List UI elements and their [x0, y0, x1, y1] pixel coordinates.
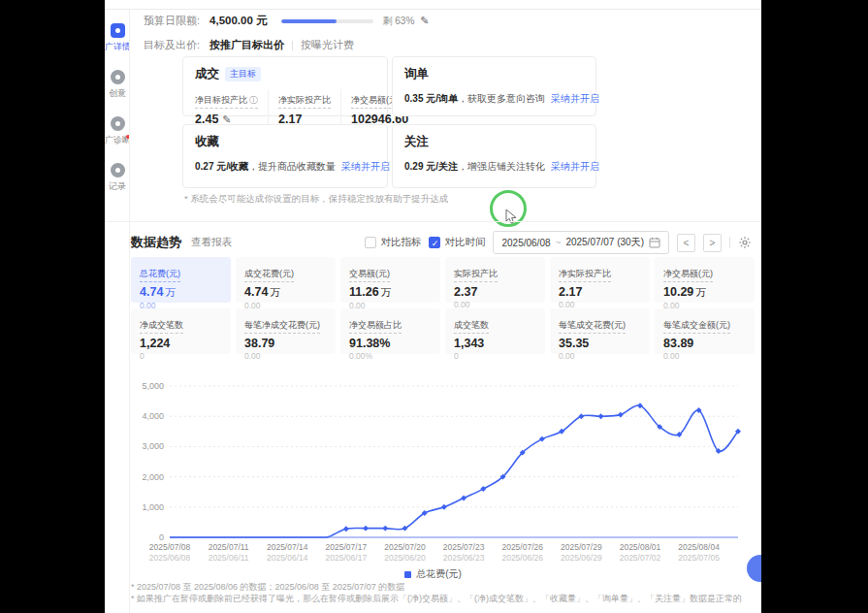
metric-card-4[interactable]: 净实际投产比2.170.00 — [550, 257, 650, 303]
settings-gear-icon[interactable] — [738, 236, 752, 249]
checkbox-checked-icon[interactable]: ✓ — [429, 237, 440, 248]
metric-compare-value: 0 — [140, 351, 222, 361]
prev-period-button[interactable]: < — [677, 234, 695, 252]
metric-card-3[interactable]: 实际投产比2.370.00 — [445, 257, 545, 303]
checkbox-unchecked-icon[interactable] — [365, 237, 376, 248]
budget-row: 预算日限额: 4,500.00 元 剩 63% ✎ — [144, 14, 430, 28]
goal-card-inquiry[interactable]: 询单 0.35 元/询单，获取更多意向咨询采纳并开启 — [392, 56, 596, 116]
view-report-link[interactable]: 查看报表 — [191, 236, 232, 249]
deal-title: 成交 — [195, 66, 219, 82]
metric-label: 每笔成交金额(元) — [663, 319, 730, 334]
goal-card-deal[interactable]: 成交 主目标 净目标投产比ⓘ2.45✎净实际投产比2.17净交易额(元)1029… — [182, 56, 388, 116]
legend-marker — [404, 571, 411, 578]
date-range-input[interactable]: 2025/06/08 ~ 2025/07/07 (30天) — [493, 231, 669, 254]
favorite-price: 0.27 元/收藏 — [195, 161, 248, 172]
tab-bid-by-goal[interactable]: 按推广目标出价 — [209, 38, 284, 52]
promo-detail-icon — [111, 23, 125, 38]
svg-text:2025/07/05: 2025/07/05 — [678, 553, 720, 563]
trend-chart[interactable]: 01,0002,0003,0004,0005,0002025/07/082025… — [131, 376, 759, 567]
compare-metric-checkbox[interactable]: 对比指标 — [365, 236, 421, 249]
info-icon[interactable]: ⓘ — [249, 94, 258, 107]
svg-text:2025/07/26: 2025/07/26 — [501, 542, 543, 552]
metric-card-10[interactable]: 每笔成交花费(元)35.350.00 — [550, 308, 650, 354]
metric-compare-value: 0.00% — [349, 351, 432, 361]
sidebar: 广详情创意广诊断记录 — [105, 10, 130, 613]
metric-card-5[interactable]: 净交易额(元)10.29万0.00 — [655, 257, 755, 303]
goal-bid-row: 目标及出价: 按推广目标出价 按曝光计费 — [144, 38, 354, 52]
metric-label: 成交笔数 — [454, 319, 489, 334]
budget-label: 预算日限额: — [144, 14, 200, 28]
metric-label: 每笔净成交花费(元) — [244, 319, 320, 334]
trend-title: 数据趋势 — [131, 234, 181, 251]
metric-value: 83.89 — [663, 337, 746, 350]
compare-time-checkbox[interactable]: ✓ 对比时间 — [429, 236, 485, 249]
metric-card-6[interactable]: 净成交笔数1,2240 — [131, 308, 231, 354]
metric-value: 1,224 — [140, 337, 222, 350]
deal-stats: 净目标投产比ⓘ2.45✎净实际投产比2.17净交易额(元)102946.60 — [195, 89, 375, 126]
date-start: 2025/06/08 — [501, 238, 550, 248]
sidebar-item-creative[interactable]: 创意 — [105, 70, 130, 100]
goal-bid-label: 目标及出价: — [144, 38, 200, 52]
tab-bid-by-impression[interactable]: 按曝光计费 — [301, 38, 354, 52]
inquiry-desc: 0.35 元/询单，获取更多意向咨询采纳并开启 — [404, 92, 584, 106]
svg-text:2025/07/23: 2025/07/23 — [443, 542, 485, 552]
sidebar-item-label: 创意 — [109, 87, 126, 100]
controls-divider — [729, 237, 730, 248]
goal-footnote: * 系统会尽可能达成你设置的目标，保持稳定投放有助于提升达成 — [184, 193, 448, 206]
section-divider — [105, 221, 761, 222]
budget-value: 4,500.00 元 — [209, 14, 267, 28]
metric-card-1[interactable]: 成交花费(元)4.74万0.00 — [236, 257, 336, 303]
svg-text:2025/06/23: 2025/06/23 — [443, 553, 485, 563]
screenshot-canvas: 广详情创意广诊断记录 预算日限额: 4,500.00 元 剩 63% ✎ 目标及… — [0, 0, 868, 613]
metric-label: 交易额(元) — [349, 268, 390, 282]
adopt-follow-link[interactable]: 采纳并开启 — [551, 161, 599, 172]
metric-card-9[interactable]: 成交笔数1,3430 — [445, 308, 545, 354]
follow-title: 关注 — [404, 134, 584, 150]
metric-value: 38.79 — [244, 337, 327, 350]
deal-title-row: 成交 主目标 — [195, 66, 375, 82]
svg-text:2025/06/14: 2025/06/14 — [267, 553, 308, 563]
metric-compare-value: 0 — [454, 351, 536, 361]
budget-progress-bar — [281, 19, 373, 23]
metric-card-2[interactable]: 交易额(元)11.26万0.00 — [340, 257, 440, 303]
sidebar-item-diagnosis[interactable]: 广诊断 — [105, 116, 130, 146]
goal-card-follow[interactable]: 关注 0.29 元/关注，增强店铺关注转化采纳并开启 — [392, 124, 596, 188]
mouse-cursor-icon — [505, 210, 519, 225]
deal-stat-1: 净实际投产比2.17 — [268, 89, 340, 126]
deal-stat-label: 净目标投产比ⓘ — [195, 94, 258, 109]
next-period-button[interactable]: > — [703, 234, 722, 252]
main-goal-badge: 主目标 — [225, 67, 261, 81]
metric-label: 成交花费(元) — [244, 268, 294, 282]
edit-budget-icon[interactable]: ✎ — [420, 15, 429, 27]
metric-card-7[interactable]: 每笔净成交花费(元)38.790.00 — [236, 308, 336, 354]
sidebar-item-label: 广详情 — [105, 41, 130, 53]
metric-label: 净交易额占比 — [349, 319, 402, 334]
metric-value: 2.37 — [454, 285, 536, 299]
sidebar-item-label: 记录 — [109, 180, 126, 193]
adopt-favorite-link[interactable]: 采纳并开启 — [341, 161, 390, 172]
svg-text:2025/07/20: 2025/07/20 — [384, 542, 426, 552]
metric-value: 2.17 — [559, 285, 641, 299]
sidebar-item-promo-detail[interactable]: 广详情 — [105, 23, 130, 53]
svg-text:0: 0 — [159, 532, 164, 542]
goal-card-favorite[interactable]: 收藏 0.27 元/收藏，提升商品收藏数量采纳并开启 — [182, 124, 388, 188]
deal-stat-label: 净实际投产比 — [278, 94, 331, 109]
chart-legend[interactable]: 总花费(元) — [105, 567, 761, 581]
creative-icon — [111, 70, 125, 84]
metric-value: 10.29万 — [663, 285, 746, 300]
svg-text:2025/07/08: 2025/07/08 — [149, 542, 191, 552]
svg-text:3,000: 3,000 — [142, 441, 164, 451]
metric-card-11[interactable]: 每笔成交金额(元)83.890.00 — [655, 308, 755, 354]
metric-card-0[interactable]: 总花费(元)4.74万0.00 — [131, 257, 231, 303]
svg-text:2025/06/17: 2025/06/17 — [326, 553, 368, 563]
diagnosis-icon — [111, 116, 125, 131]
date-end: 2025/07/07 (30天) — [565, 236, 644, 249]
trend-controls: 对比指标 ✓ 对比时间 2025/06/08 ~ 2025/07/07 (30天… — [365, 231, 752, 254]
metric-card-8[interactable]: 净交易额占比91.38%0.00% — [340, 308, 440, 354]
svg-text:2025/07/02: 2025/07/02 — [620, 553, 661, 563]
sidebar-item-operation-log[interactable]: 记录 — [105, 163, 130, 193]
follow-price: 0.29 元/关注 — [404, 161, 458, 172]
svg-text:1,000: 1,000 — [142, 502, 164, 512]
svg-text:2025/06/20: 2025/06/20 — [384, 553, 426, 563]
adopt-inquiry-link[interactable]: 采纳并开启 — [551, 93, 599, 104]
